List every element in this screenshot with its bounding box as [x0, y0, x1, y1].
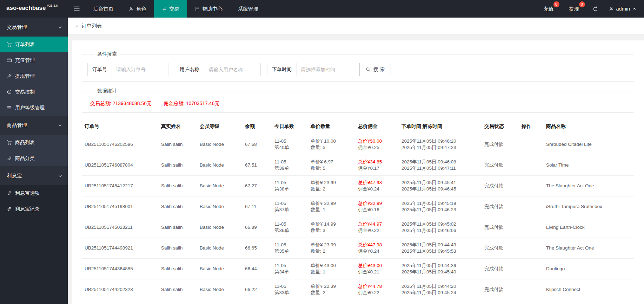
person-icon — [129, 6, 134, 11]
cell-operation — [519, 217, 543, 238]
sidebar-item-trade-control[interactable]: 交易控制 — [0, 84, 68, 100]
search-panel: 条件搜索 订单号 用户名称 下单时间 搜 索 — [82, 51, 634, 82]
header-operation: 操作 — [519, 119, 543, 134]
group-label: 商品管理 — [7, 122, 27, 129]
today-date: 11-05 — [274, 263, 305, 269]
header-trade-status: 交易状态 — [482, 119, 519, 134]
quantity: 数量: 2 — [311, 248, 352, 254]
cart-icon — [7, 140, 12, 145]
withdraw-button[interactable]: 提现 0 — [562, 0, 587, 18]
cell-real-name: Salih salih — [158, 196, 197, 217]
cell-operation — [519, 279, 543, 300]
sidebar-group-trade-management[interactable]: 交易管理 — [0, 18, 68, 37]
sidebar-item-product-category[interactable]: 商品分类 — [0, 150, 68, 166]
user-menu[interactable]: admin — [604, 0, 644, 18]
nav-item-system[interactable]: 系统管理 — [230, 0, 266, 18]
cell-member-level: Basic Node — [197, 259, 242, 279]
cell-status: 完成付款 — [482, 196, 519, 217]
app-logo: aso-eachbase V25.3.6 — [0, 0, 68, 18]
total-price: 总价¥44.78 — [358, 283, 396, 290]
unfreeze-time: 2025年11月05日 09:47:23 — [401, 144, 479, 151]
sidebar-item-label: 提现管理 — [15, 73, 35, 79]
cell-total-commission: 总价¥44.78 佣金¥0.22 — [355, 279, 399, 300]
cell-times: 2025年11月05日 09:44:36 2025年11月05日 09:45:4… — [399, 259, 482, 279]
orders-table-body: UB2511051746202586 Salih salih Basic Nod… — [82, 134, 634, 304]
cart-icon — [7, 42, 12, 47]
cell-status: 完成付款 — [482, 259, 519, 279]
order-no-input[interactable] — [112, 63, 168, 76]
username: admin — [616, 6, 630, 12]
cell-operation — [519, 155, 543, 176]
sidebar-item-label: 商品分类 — [15, 155, 35, 162]
table-row: UB2511051744498921 Salih salih Basic Nod… — [82, 238, 634, 259]
nav-item-home[interactable]: 后台首页 — [85, 0, 121, 18]
cell-unit-price-qty: 单价¥ 45.00 数量: 1 — [308, 300, 355, 304]
cell-product-name: The Slaughter Act One — [543, 176, 634, 196]
search-button[interactable]: 搜 索 — [359, 63, 391, 76]
cell-today-orders: 11-05 第32单 — [272, 300, 308, 304]
cell-unit-price-qty: 单价¥ 10.00 数量: 5 — [308, 134, 355, 155]
orders-table: 订单号 真实姓名 会员等级 余额 今日单数 单价数量 总价佣金 下单时间 解冻时… — [82, 119, 634, 304]
today-order-count: 第40单 — [274, 144, 305, 151]
today-date: 11-05 — [274, 200, 305, 207]
sidebar-toggle-icon[interactable] — [68, 0, 85, 18]
flag-icon — [195, 6, 200, 11]
user-name-input[interactable] — [204, 63, 260, 76]
sidebar-item-order-list[interactable]: 订单列表 — [0, 37, 68, 52]
cell-product-name: Klipsch Connect — [543, 279, 634, 300]
unit-price: 单价¥ 43.00 — [311, 263, 352, 269]
breadcrumb-current: 订单列表 — [81, 22, 102, 29]
table-row: UB2511051744202323 Salih salih Basic Nod… — [82, 279, 634, 300]
sidebar-group-interest-treasure[interactable]: 利息宝 — [0, 166, 68, 185]
cell-total-commission: 总价¥47.98 佣金¥0.24 — [355, 238, 399, 259]
today-order-count: 第35单 — [274, 248, 305, 254]
sidebar-item-interest-options[interactable]: 利息宝选项 — [0, 185, 68, 201]
recharge-button[interactable]: 充值 0 — [536, 0, 562, 18]
table-row: UB2511051745198001 Salih salih Basic Nod… — [82, 196, 634, 217]
top-navbar: aso-eachbase V25.3.6 后台首页 角色 交易 帮助中心 — [0, 0, 644, 18]
sidebar-item-recharge-management[interactable]: 充值管理 — [0, 52, 68, 68]
order-time-input[interactable] — [297, 63, 353, 76]
sidebar-item-product-list[interactable]: 商品列表 — [0, 135, 68, 150]
cell-real-name: Salih salih — [158, 259, 197, 279]
cell-today-orders: 11-05 第38单 — [272, 176, 308, 196]
order-time: 2025年11月05日 09:46:20 — [401, 138, 479, 144]
unfreeze-time: 2025年11月05日 09:46:23 — [401, 207, 479, 213]
order-time: 2025年11月05日 09:45:41 — [401, 180, 479, 186]
nav-item-role[interactable]: 角色 — [121, 0, 154, 18]
table-row: UB2511051744364885 Salih salih Basic Nod… — [82, 259, 634, 279]
refresh-icon[interactable] — [587, 0, 604, 18]
total-price: 总价¥32.99 — [358, 200, 396, 207]
sidebar-item-withdraw-management[interactable]: 提现管理 — [0, 68, 68, 84]
commission: 佣金¥0.16 — [358, 207, 396, 213]
cell-times: 2025年11月05日 09:45:41 2025年11月05日 09:46:4… — [399, 176, 482, 196]
cell-balance: 66.22 — [242, 279, 272, 300]
unfreeze-time: 2025年11月05日 09:45:53 — [401, 248, 479, 254]
order-time: 2025年11月05日 09:44:36 — [401, 263, 479, 269]
header-balance: 余额 — [242, 119, 272, 134]
chevron-down-icon — [58, 25, 62, 29]
nav-item-trade[interactable]: 交易 — [154, 0, 187, 18]
header-order-unfreeze-time: 下单时间 解冻时间 — [399, 119, 482, 134]
unfreeze-time: 2025年11月05日 09:46:06 — [401, 227, 479, 234]
sidebar-group-product-management[interactable]: 商品管理 — [0, 116, 68, 135]
cell-order-no: UB2511051744498921 — [82, 238, 158, 259]
sidebar-item-label: 充值管理 — [15, 57, 35, 64]
cell-real-name: Salih salih — [158, 238, 197, 259]
search-icon — [366, 67, 371, 72]
commission: 佣金¥0.21 — [358, 269, 396, 275]
today-order-count: 第38单 — [274, 186, 305, 192]
today-date: 11-05 — [274, 159, 305, 165]
sidebar-item-user-level-management[interactable]: 用户等级管理 — [0, 100, 68, 116]
nav-item-help[interactable]: 帮助中心 — [187, 0, 230, 18]
header-member-level: 会员等级 — [197, 119, 242, 134]
header-unit-price-qty: 单价数量 — [308, 119, 355, 134]
unit-price: 单价¥ 10.00 — [311, 138, 352, 144]
trade-icon — [162, 6, 167, 11]
cell-unit-price-qty: 单价¥ 14.99 数量: 3 — [308, 217, 355, 238]
cell-real-name: Salih salih — [158, 176, 197, 196]
cell-order-no: UB2511051744202323 — [82, 279, 158, 300]
stats-panel: 数据统计 交易总额: 2139348688.56元 佣金总额: 10703517… — [82, 88, 634, 113]
sidebar-item-interest-records[interactable]: 利息宝记录 — [0, 201, 68, 217]
nav-right: 充值 0 提现 0 admin — [536, 0, 644, 18]
